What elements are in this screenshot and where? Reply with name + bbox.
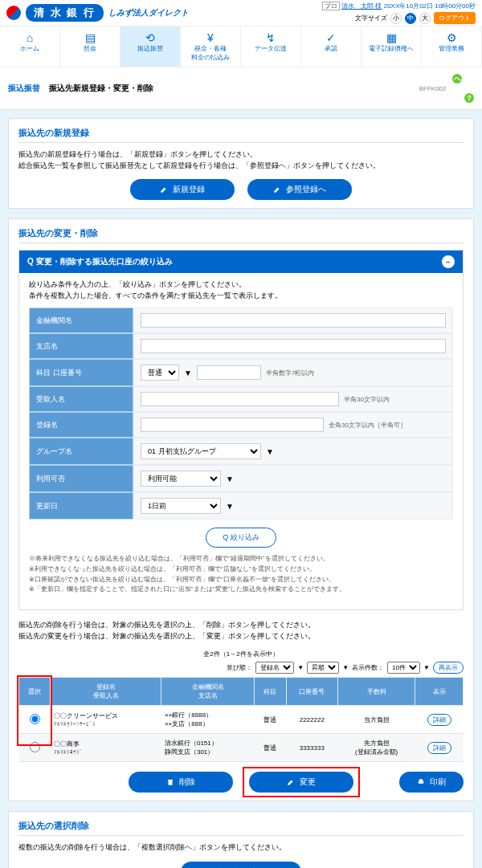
nav-icon: ⟲ [122, 31, 178, 44]
bank-logo-icon [6, 6, 21, 20]
nav-icon: ✓ [303, 31, 359, 44]
filter-accordion-header[interactable]: Q 変更・削除する振込先口座の絞り込み − [19, 251, 463, 273]
bulk-delete-title: 振込先の選択削除 [18, 820, 464, 836]
new-registration-title: 振込先の新規登録 [18, 127, 464, 143]
table-instruction: 振込先の削除を行う場合は、対象の振込先を選択の上、「削除」ボタンを押してください… [18, 620, 464, 642]
select-group[interactable]: 01 月初支払グループ [141, 443, 261, 459]
page-title: 振込先新規登録・変更・削除 [49, 84, 153, 92]
pencil-icon [273, 185, 281, 194]
label-group: グループ名 [29, 438, 133, 465]
nav-icon: ⌂ [2, 31, 58, 44]
row-select-radio[interactable] [30, 742, 40, 752]
nav-item-3[interactable]: ¥税金・各種 料金の払込み [181, 26, 241, 67]
table-header: 科目 [255, 678, 286, 706]
cell-fee: 当方負担 [337, 706, 415, 734]
nav-item-2[interactable]: ⟲振込振替 [120, 26, 181, 67]
datetime: 20XX年10月02日 10時00分00秒 [384, 2, 476, 10]
page-size-select[interactable]: 10件 [387, 662, 420, 674]
collapse-icon[interactable]: − [442, 255, 455, 268]
row-select-radio[interactable] [30, 714, 40, 724]
select-account-type[interactable]: 普通 [141, 365, 179, 381]
input-regname[interactable] [141, 418, 324, 432]
cell-bank: ××銀行（8888）××支店（888） [161, 706, 255, 734]
pencil-icon [287, 778, 295, 786]
nav-item-0[interactable]: ⌂ホーム [0, 26, 60, 67]
table-header: 表示 [415, 678, 464, 706]
table-header: 手数料 [337, 678, 415, 706]
table-header: 金融機関名 支店名 [161, 678, 255, 706]
select-update[interactable]: 1日前 [141, 498, 221, 514]
cell-fee: 先方負担 (登録済み金額) [337, 734, 415, 762]
logout-button[interactable]: ログアウト [434, 12, 476, 24]
detail-button[interactable]: 詳細 [427, 742, 451, 754]
breadcrumb-category: 振込振替 [8, 84, 40, 92]
table-header: 登録名 受取人名 [51, 678, 161, 706]
nav-item-4[interactable]: ↯データ伝送 [241, 26, 301, 67]
nav-item-1[interactable]: ▤照会 [60, 26, 120, 67]
label-update: 更新日 [29, 492, 133, 520]
cell-number: 3333333 [286, 734, 337, 762]
select-usable[interactable]: 利用可能 [141, 471, 221, 487]
result-count: 全2件（1～2件を表示中） [18, 650, 464, 658]
table-row: 〇〇商事ﾏﾙﾏﾙｼﾖｳｼﾞ清水銀行（0151）静岡支店（301）普通333333… [19, 734, 464, 762]
sort-order-select[interactable]: 昇順 [307, 662, 339, 674]
printer-icon [417, 778, 425, 786]
redisplay-button[interactable]: 再表示 [433, 662, 464, 674]
label-bank: 金融機関名 [29, 308, 133, 333]
detail-button[interactable]: 詳細 [427, 714, 451, 726]
new-register-button[interactable]: 新規登録 [130, 179, 235, 200]
nav-item-5[interactable]: ✓承認 [301, 26, 362, 67]
nav-icon: ¥ [182, 31, 239, 44]
nav-icon: ▤ [62, 31, 118, 44]
change-button[interactable]: 変更 [249, 772, 353, 793]
help-icon: ? [464, 93, 474, 103]
label-usable: 利用可否 [29, 465, 133, 492]
label-branch: 支店名 [29, 333, 133, 359]
font-mid-button[interactable]: 中 [405, 13, 416, 24]
bulk-delete-text: 複数の振込先の削除を行う場合は、「複数選択削除へ」ボタンを押してください。 [18, 842, 464, 854]
input-payee[interactable] [141, 392, 339, 406]
nav-icon: ↯ [243, 31, 299, 44]
edit-delete-title: 振込先の変更・削除 [18, 227, 464, 243]
cell-type: 普通 [255, 734, 286, 762]
nav-icon: ▦ [363, 31, 419, 44]
input-bank[interactable] [141, 313, 446, 328]
filter-button[interactable]: Q 絞り込み [206, 528, 276, 548]
table-header: 選択 [19, 678, 51, 706]
label-payee: 受取人名 [29, 386, 133, 412]
font-size-label: 文字サイズ [355, 14, 387, 22]
svg-rect-1 [419, 779, 423, 780]
nav-item-7[interactable]: ⚙管理業務 [422, 26, 482, 67]
nav-item-6[interactable]: ▦電子記録債権へ [362, 26, 422, 67]
print-button[interactable]: 印刷 [399, 772, 464, 793]
trash-icon [166, 778, 174, 786]
font-small-button[interactable]: 小 [390, 13, 402, 24]
filter-instruction: 絞り込み条件を入力の上、「絞り込み」ボタンを押してください。 条件を複数入力した… [29, 279, 453, 301]
cell-name: 〇〇商事ﾏﾙﾏﾙｼﾖｳｼﾞ [51, 734, 161, 762]
page-id: BFFK002 [419, 85, 447, 92]
table-row: 〇〇クリーンサービスﾏﾙﾏﾙｸﾘｰﾝｻｰﾋﾞｽ××銀行（8888）××支店（88… [19, 706, 464, 734]
service-name: しみず法人ダイレクト [108, 7, 189, 18]
font-large-button[interactable]: 大 [419, 13, 431, 24]
bulk-delete-button[interactable]: 複数選択削除へ [181, 862, 301, 868]
user-link[interactable]: 清水 太郎 様 [341, 2, 382, 10]
input-account-number[interactable] [197, 365, 261, 380]
delete-button[interactable]: 削除 [129, 772, 233, 793]
pencil-icon [160, 185, 168, 194]
cell-name: 〇〇クリーンサービスﾏﾙﾏﾙｸﾘｰﾝｻｰﾋﾞｽ [51, 706, 161, 734]
label-account: 科目 口座番号 [29, 359, 133, 386]
table-header: 口座番号 [286, 678, 337, 706]
sort-key-select[interactable]: 登録名 [255, 662, 294, 674]
label-regname: 登録名 [29, 412, 133, 438]
help-link[interactable]: ヘルプ ? [452, 74, 474, 103]
new-registration-text: 振込先の新規登録を行う場合は、「新規登録」ボタンを押してください。 総合振込先一… [18, 149, 464, 171]
filter-notes: ※将来利用できなくなる振込先を絞り込む場合は、「利用可否」欄で"経過期間中"を選… [29, 554, 453, 595]
cell-bank: 清水銀行（0151）静岡支店（301） [161, 734, 255, 762]
nav-icon: ⚙ [423, 31, 480, 44]
svg-rect-0 [419, 780, 423, 784]
bank-name: 清 水 銀 行 [26, 4, 104, 22]
reference-register-button[interactable]: 参照登録へ [247, 179, 352, 200]
user-badge: プロ [322, 2, 340, 10]
input-branch[interactable] [141, 339, 446, 353]
cell-type: 普通 [255, 706, 286, 734]
